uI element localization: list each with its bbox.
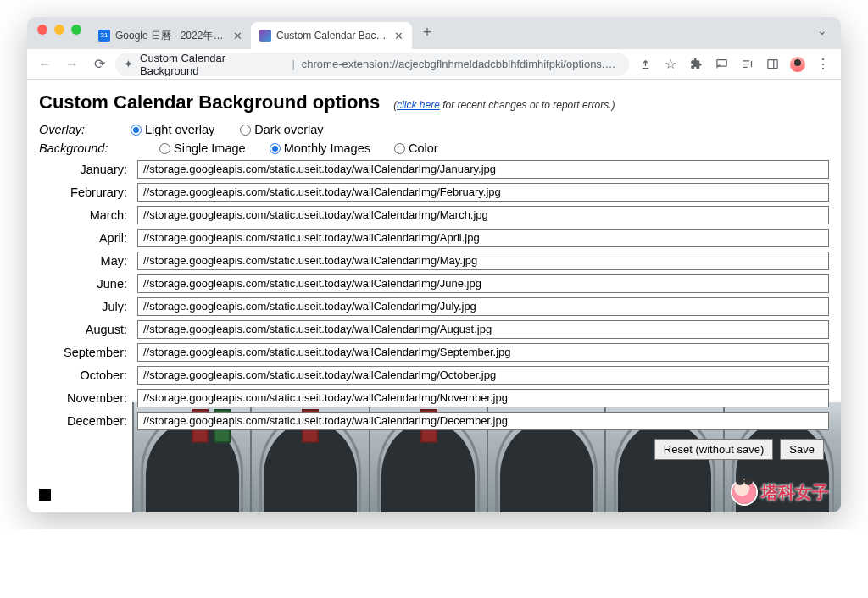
month-url-input[interactable] xyxy=(137,183,829,202)
omnibox-title: Custom Calendar Background xyxy=(140,53,285,76)
tab-extension-options[interactable]: Custom Calendar Background o ✕ xyxy=(251,22,412,49)
close-window-button[interactable] xyxy=(37,25,47,35)
toolbar: ← → ⟳ ✦ Custom Calendar Background | chr… xyxy=(27,49,841,80)
month-row: August: xyxy=(39,318,829,341)
tab-google-calendar[interactable]: Google 日曆 - 2022年4月 ✕ xyxy=(90,22,251,49)
monthly-images-list: January:Februrary:March:April:May:June:J… xyxy=(39,158,829,432)
reset-button[interactable]: Reset (without save) xyxy=(654,439,774,460)
background-radio-monthly[interactable]: Monthly Images xyxy=(270,141,370,155)
overlay-radio-light[interactable]: Light overlay xyxy=(131,123,214,136)
svg-rect-1 xyxy=(767,60,776,69)
radio-icon xyxy=(131,125,142,136)
tab-label: Google 日曆 - 2022年4月 xyxy=(115,29,228,43)
month-url-input[interactable] xyxy=(137,297,829,316)
month-url-input[interactable] xyxy=(137,252,829,270)
month-label: Februrary: xyxy=(39,185,131,199)
omnibox-separator: | xyxy=(292,58,294,70)
overlay-label: Overlay: xyxy=(39,123,131,136)
month-label: June: xyxy=(39,277,131,291)
radio-icon xyxy=(240,125,251,136)
month-row: April: xyxy=(39,226,829,249)
tab-label: Custom Calendar Background o xyxy=(276,30,389,42)
month-url-input[interactable] xyxy=(137,389,829,407)
bookmark-icon[interactable]: ☆ xyxy=(659,53,682,75)
extension-icon: ✦ xyxy=(124,58,133,70)
month-url-input[interactable] xyxy=(137,366,829,385)
month-label: November: xyxy=(39,391,131,405)
cast-icon[interactable] xyxy=(710,53,732,75)
overlay-option-row: Overlay: Light overlay Dark overlay xyxy=(39,120,829,139)
minimize-window-button[interactable] xyxy=(54,25,64,35)
month-label: May: xyxy=(39,254,131,268)
month-row: December: xyxy=(39,409,829,432)
watermark-icon xyxy=(732,480,756,504)
omnibox-url: chrome-extension://acjecbgflnhmeldadcbbl… xyxy=(302,58,620,70)
watermark: 塔科女子 xyxy=(732,480,829,504)
month-label: January: xyxy=(39,163,131,176)
month-url-input[interactable] xyxy=(137,274,829,293)
menu-icon[interactable]: ⋮ xyxy=(812,53,834,75)
radio-icon xyxy=(270,143,281,154)
watermark-text: 塔科女子 xyxy=(761,481,829,504)
radio-label: Light overlay xyxy=(145,123,214,136)
month-row: June: xyxy=(39,272,829,295)
radio-label: Dark overlay xyxy=(254,123,323,136)
radio-icon xyxy=(159,143,170,154)
back-button[interactable]: ← xyxy=(34,53,56,75)
month-url-input[interactable] xyxy=(137,412,829,430)
page-content: Custom Calendar Background options (clic… xyxy=(27,80,841,512)
month-label: August: xyxy=(39,323,131,336)
month-row: May: xyxy=(39,249,829,272)
traffic-lights xyxy=(37,25,81,35)
month-row: March: xyxy=(39,203,829,226)
titlebar: Google 日曆 - 2022年4月 ✕ Custom Calendar Ba… xyxy=(27,17,841,49)
month-label: December: xyxy=(39,414,131,428)
close-tab-icon[interactable]: ✕ xyxy=(233,30,242,42)
gcal-favicon xyxy=(98,30,110,42)
month-row: July: xyxy=(39,295,829,318)
overlay-radio-dark[interactable]: Dark overlay xyxy=(240,123,323,136)
recent-changes-link[interactable]: click here xyxy=(397,99,440,111)
month-label: March: xyxy=(39,208,131,222)
month-label: October: xyxy=(39,368,131,382)
radio-label: Color xyxy=(409,141,438,155)
forward-button[interactable]: → xyxy=(61,53,83,75)
tab-strip: Google 日曆 - 2022年4月 ✕ Custom Calendar Ba… xyxy=(90,17,814,49)
omnibox[interactable]: ✦ Custom Calendar Background | chrome-ex… xyxy=(115,53,629,76)
ext-favicon xyxy=(259,30,271,42)
reload-button[interactable]: ⟳ xyxy=(88,53,110,75)
month-row: November: xyxy=(39,386,829,409)
month-row: January: xyxy=(39,158,829,180)
action-buttons: Reset (without save) Save xyxy=(39,432,829,468)
month-row: Februrary: xyxy=(39,180,829,203)
toolbar-right: ☆ ⋮ xyxy=(634,53,834,75)
month-url-input[interactable] xyxy=(137,160,829,179)
month-label: July: xyxy=(39,300,131,313)
radio-label: Monthly Images xyxy=(284,141,370,155)
tab-overflow-button[interactable]: ⌄ xyxy=(814,20,831,41)
background-option-row: Background: Single Image Monthly Images … xyxy=(39,139,829,158)
recent-changes-text: for recent changes or to report errors.) xyxy=(440,99,615,111)
new-tab-button[interactable]: + xyxy=(415,20,439,44)
month-url-input[interactable] xyxy=(137,229,829,247)
month-url-input[interactable] xyxy=(137,206,829,224)
month-row: September: xyxy=(39,341,829,363)
month-label: April: xyxy=(39,231,131,245)
month-url-input[interactable] xyxy=(137,320,829,339)
extensions-icon[interactable] xyxy=(685,53,707,75)
month-url-input[interactable] xyxy=(137,343,829,362)
background-radio-single[interactable]: Single Image xyxy=(159,141,246,155)
share-icon[interactable] xyxy=(634,53,656,75)
cursor-indicator xyxy=(39,489,51,501)
reading-list-icon[interactable] xyxy=(736,53,758,75)
month-row: October: xyxy=(39,363,829,386)
save-button[interactable]: Save xyxy=(780,439,824,460)
profile-avatar[interactable] xyxy=(787,53,809,75)
maximize-window-button[interactable] xyxy=(71,25,81,35)
sidepanel-icon[interactable] xyxy=(761,53,783,75)
browser-window: Google 日曆 - 2022年4月 ✕ Custom Calendar Ba… xyxy=(27,17,841,512)
recent-changes-note: (click here for recent changes or to rep… xyxy=(393,99,615,111)
close-tab-icon[interactable]: ✕ xyxy=(394,30,403,42)
background-radio-color[interactable]: Color xyxy=(394,141,438,155)
radio-label: Single Image xyxy=(174,141,246,155)
